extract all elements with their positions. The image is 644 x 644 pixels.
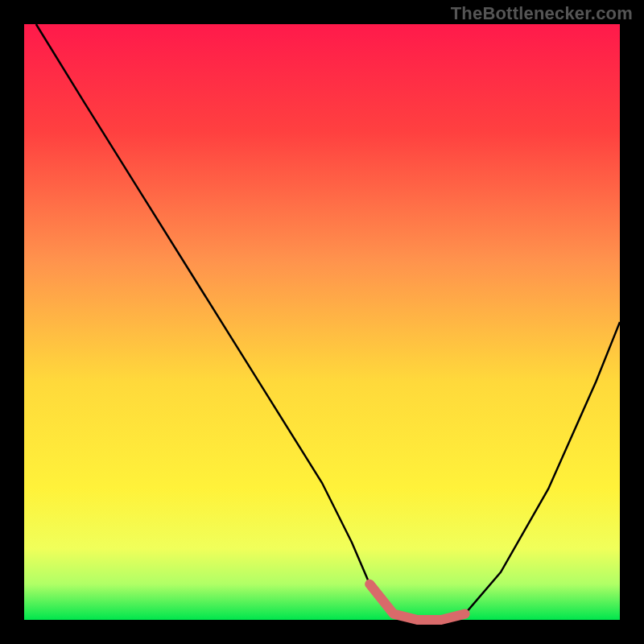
bottleneck-chart: [0, 0, 644, 644]
chart-container: TheBottlenecker.com: [0, 0, 644, 644]
plot-background: [24, 24, 620, 620]
watermark-text: TheBottlenecker.com: [451, 3, 633, 24]
